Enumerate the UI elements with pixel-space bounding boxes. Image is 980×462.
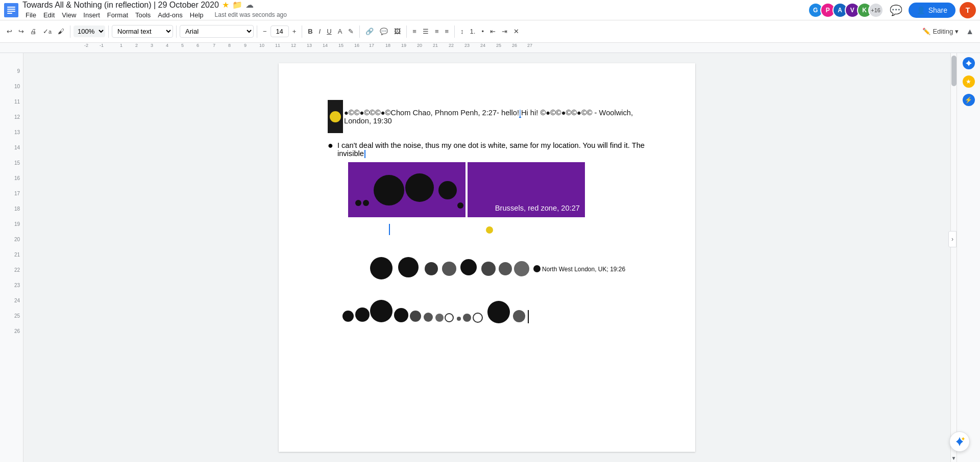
menu-format[interactable]: Format <box>104 10 131 20</box>
paint-format-button[interactable]: 🖌 <box>55 25 67 37</box>
text-color-button[interactable]: A <box>335 25 345 37</box>
dots-row-1: North West London, UK; 19:26 <box>369 252 646 283</box>
redo-button[interactable]: ↪ <box>16 25 27 37</box>
explore-icon[interactable]: ⚡ <box>963 94 975 106</box>
decrease-indent-button[interactable]: ⇤ <box>487 25 498 37</box>
collapse-toolbar-button[interactable]: ▲ <box>964 25 976 38</box>
ruler-mark: -1 <box>100 43 104 48</box>
page-area[interactable]: ●©©●©©©●©Chom Chao, Phnom Penh, 2:27- he… <box>23 53 950 462</box>
zoom-selector[interactable]: 100% 75% 125% 150% <box>74 25 105 37</box>
justify-button[interactable]: ≡ <box>442 25 451 37</box>
menu-insert[interactable]: Insert <box>80 10 103 20</box>
scrollbar-thumb[interactable] <box>951 56 957 86</box>
underline-button[interactable]: U <box>324 25 334 37</box>
numbered-list-button[interactable]: 1. <box>468 25 478 37</box>
menu-file[interactable]: File <box>22 10 39 20</box>
spellcheck-button[interactable]: ✓a <box>40 25 54 37</box>
svg-point-32 <box>487 301 510 323</box>
title-icons: ★ 📁 ☁ <box>222 0 254 10</box>
ruler-mark: 6 <box>197 43 199 48</box>
svg-point-33 <box>513 310 525 322</box>
increase-indent-button[interactable]: ⇥ <box>499 25 510 37</box>
ruler-mark: 7 <box>213 43 215 48</box>
svg-point-10 <box>457 202 463 209</box>
ruler: -2 -1 1 2 3 4 5 6 7 8 9 10 11 12 13 14 1… <box>0 43 980 53</box>
folder-icon[interactable]: 📁 <box>232 0 242 10</box>
svg-point-19 <box>533 265 541 272</box>
italic-button[interactable]: I <box>316 25 324 37</box>
ruler-mark: 21 <box>433 43 438 48</box>
right-panel-collapse-button[interactable]: › <box>948 231 957 247</box>
document-title[interactable]: Towards All & Nothing (in reflection) | … <box>22 1 219 10</box>
align-right-button[interactable]: ≡ <box>432 25 442 37</box>
collab-overflow[interactable]: +16 <box>868 3 884 18</box>
bold-button[interactable]: B <box>305 25 315 37</box>
svg-point-5 <box>374 175 404 206</box>
image-button[interactable]: 🖼 <box>391 25 403 37</box>
menu-tools[interactable]: Tools <box>132 10 154 20</box>
document-page[interactable]: ●©©●©©©●©Chom Chao, Phnom Penh, 2:27- he… <box>279 63 695 452</box>
star-panel-icon[interactable]: ★ <box>963 75 975 88</box>
svg-rect-34 <box>528 310 529 323</box>
star-icon[interactable]: ★ <box>222 0 229 10</box>
user-avatar[interactable]: T <box>960 2 976 18</box>
bullet-text: I can't deal with the noise, thus my one… <box>337 141 646 158</box>
editing-mode-button[interactable]: ✏️ Editing ▾ <box>918 25 963 37</box>
divider-5 <box>302 25 302 38</box>
line-number: 20 <box>14 237 20 242</box>
svg-text:North West London, UK; 19:26: North West London, UK; 19:26 <box>542 266 626 273</box>
scrollbar[interactable]: ▲ ▼ <box>950 53 957 462</box>
increase-font-size-button[interactable]: + <box>290 25 299 37</box>
highlight-button[interactable]: ✎ <box>346 25 356 37</box>
menu-help[interactable]: Help <box>187 10 207 20</box>
line-number: 18 <box>14 206 20 212</box>
line-number: 15 <box>14 160 20 166</box>
line-number: 21 <box>14 252 20 258</box>
cloud-icon[interactable]: ☁ <box>246 0 254 10</box>
svg-point-6 <box>405 173 434 202</box>
comment-inline-button[interactable]: 💬 <box>377 25 390 37</box>
clear-format-button[interactable]: ✕ <box>511 25 522 37</box>
align-center-button[interactable]: ☰ <box>420 25 431 37</box>
right-icons-panel: ★ ⚡ <box>957 53 980 462</box>
toolbar: ↩ ↪ 🖨 ✓a 🖌 100% 75% 125% 150% Normal tex… <box>0 20 980 43</box>
ruler-mark: 22 <box>449 43 454 48</box>
line-number: 9 <box>17 68 20 74</box>
comment-button[interactable]: 💬 <box>888 2 904 18</box>
document-title-area: Towards All & Nothing (in reflection) | … <box>22 0 808 20</box>
undo-button[interactable]: ↩ <box>4 25 15 37</box>
row1-text: ●©©●©©©●©Chom Chao, Phnom Penh, 2:27- he… <box>344 109 646 125</box>
ruler-mark: 8 <box>228 43 231 48</box>
chevron-down-icon: ▾ <box>955 28 959 35</box>
ruler-mark: 16 <box>354 43 359 48</box>
share-button[interactable]: 👤 Share <box>909 3 955 18</box>
font-size-input[interactable] <box>271 25 289 37</box>
ruler-mark: 25 <box>496 43 501 48</box>
svg-point-22 <box>355 307 370 322</box>
line-number: 17 <box>14 191 20 196</box>
decrease-font-size-button[interactable]: − <box>260 25 270 37</box>
ruler-mark: 23 <box>464 43 470 48</box>
menu-edit[interactable]: Edit <box>40 10 58 20</box>
gemini-icon[interactable] <box>963 57 975 69</box>
svg-point-8 <box>355 200 361 206</box>
menu-view[interactable]: View <box>59 10 79 20</box>
text-style-selector[interactable]: Normal text Heading 1 Heading 2 Heading … <box>112 25 173 38</box>
divider-6 <box>359 25 360 38</box>
link-button[interactable]: 🔗 <box>363 25 376 37</box>
ruler-mark: 26 <box>512 43 517 48</box>
ai-assistant-button[interactable] <box>949 431 970 452</box>
line-spacing-button[interactable]: ↕ <box>458 25 467 37</box>
print-button[interactable]: 🖨 <box>28 25 39 37</box>
svg-point-24 <box>394 308 408 322</box>
editing-label: Editing <box>933 28 953 35</box>
font-selector[interactable]: Arial Times New Roman Courier New Georgi… <box>180 25 254 38</box>
ruler-mark: 19 <box>401 43 406 48</box>
svg-rect-4 <box>7 13 12 14</box>
line-number: 26 <box>14 328 20 334</box>
bulleted-list-button[interactable]: • <box>479 25 486 37</box>
align-left-button[interactable]: ≡ <box>410 25 419 37</box>
scroll-down-button[interactable]: ▼ <box>951 454 957 462</box>
line-number: 24 <box>14 298 20 303</box>
menu-addons[interactable]: Add-ons <box>155 10 185 20</box>
